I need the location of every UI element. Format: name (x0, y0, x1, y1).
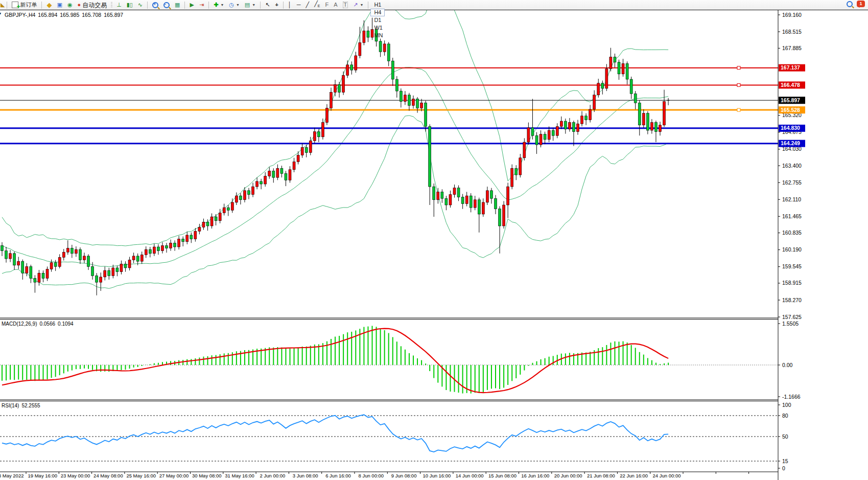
toolbar-separator (7, 2, 7, 9)
search-icon[interactable] (847, 1, 853, 7)
panel-borders (0, 10, 868, 480)
candlestick-chart-button[interactable]: ▮▯ (124, 1, 135, 9)
svg-text:-1.1666: -1.1666 (782, 394, 801, 400)
svg-text:167.885: 167.885 (782, 45, 802, 51)
crosshair-button[interactable]: + (272, 1, 280, 9)
chevron-down-icon: ▼ (236, 3, 240, 7)
data-window-button[interactable]: ▣ (54, 1, 64, 9)
equidistant-channel-icon: ╱E (314, 1, 320, 9)
svg-text:22 Jun 16:00: 22 Jun 16:00 (620, 473, 648, 478)
periods-button[interactable]: ◷▼ (226, 1, 242, 9)
horizontal-level-lines[interactable] (0, 66, 778, 144)
channel-button[interactable]: ╱E (312, 1, 322, 9)
vertical-line-button[interactable]: │ (286, 1, 294, 9)
svg-text:165.528: 165.528 (781, 107, 800, 113)
notification-badge[interactable]: 1 (857, 1, 865, 7)
chart-canvas[interactable]: 169.160168.515167.885165.320164.675164.0… (0, 0, 868, 480)
svg-text:164.830: 164.830 (781, 125, 800, 131)
candlestick-chart-icon: ▮▯ (127, 2, 133, 8)
new-order-button[interactable]: 新订单 (9, 1, 39, 9)
indicators-button[interactable]: ✚▼ (211, 1, 226, 9)
chevron-down-icon: ▼ (220, 3, 224, 7)
svg-text:166.478: 166.478 (781, 82, 800, 88)
svg-text:0.00: 0.00 (782, 362, 793, 368)
cursor-icon: ↖ (265, 2, 270, 8)
chart-shift-button[interactable]: ⇥ (197, 1, 206, 9)
vertical-line-icon: │ (288, 2, 292, 8)
svg-text:161.465: 161.465 (782, 213, 802, 219)
tab-timeframe-d1[interactable]: D1 (370, 16, 385, 24)
clipped-toolbar-icon[interactable]: ◣ (1, 2, 5, 8)
new-order-icon (12, 2, 18, 8)
macd-panel: 1.55050.00-1.1666 (0, 321, 801, 400)
open-value: 165.894 (38, 12, 57, 18)
bar-chart-button[interactable]: ⊥ (114, 1, 124, 9)
close-value: 165.897 (104, 12, 123, 18)
tab-timeframe-mn[interactable]: MN (370, 32, 386, 39)
cursor-button[interactable]: ↖ (263, 1, 272, 9)
low-value: 165.708 (82, 12, 101, 18)
add-indicator-icon: ✚ (214, 2, 218, 8)
trading-terminal: ◣ 新订单 ◆ ▣ ◉ ● 自动交易 ⊥ ▮▯ ∿ + - ▦ ▶ ⇥ ✚▼ ◷… (0, 0, 868, 480)
svg-text:167.137: 167.137 (781, 64, 800, 71)
text-label-button[interactable]: T (340, 1, 351, 9)
signals-button[interactable]: ◉ (65, 1, 75, 9)
svg-text:10 Jun 16:00: 10 Jun 16:00 (423, 473, 451, 478)
svg-text:0: 0 (782, 465, 785, 471)
svg-text:23 May 00:00: 23 May 00:00 (61, 473, 90, 478)
fibonacci-button[interactable]: F (322, 1, 331, 9)
candlestick-series (1, 18, 670, 295)
timeframe-toolbar: M1M5M15M30H1H4D1W1MN (370, 0, 388, 39)
gold-diamond-icon: ◆ (46, 2, 52, 8)
templates-button[interactable]: ▤▼ (242, 1, 258, 9)
macd-main-value: 0.0566 (39, 321, 55, 327)
line-chart-icon: ∿ (138, 2, 143, 8)
arrows-button[interactable]: ↗▼ (350, 1, 366, 9)
svg-text:160.190: 160.190 (782, 246, 802, 253)
text-icon: A (334, 2, 337, 8)
tile-windows-button[interactable]: ▦ (172, 1, 182, 9)
trendline-icon: ╱ (306, 2, 310, 8)
svg-text:30 May 08:00: 30 May 08:00 (192, 473, 222, 478)
svg-text:158.270: 158.270 (782, 297, 802, 303)
chart-corner-arrow-icon[interactable]: ▾ (0, 11, 1, 16)
svg-text:15: 15 (782, 458, 788, 464)
line-handle (737, 66, 740, 70)
svg-text:3 Jun 08:00: 3 Jun 08:00 (293, 473, 318, 478)
toolbar-separator (41, 2, 42, 9)
autotrading-button[interactable]: ● 自动交易 (75, 1, 109, 9)
svg-text:2 Jun 00:00: 2 Jun 00:00 (260, 473, 286, 478)
svg-text:169.160: 169.160 (782, 12, 802, 18)
svg-text:15 Jun 08:00: 15 Jun 08:00 (488, 473, 517, 478)
toolbar-grip (111, 2, 112, 8)
tab-timeframe-h1[interactable]: H1 (370, 1, 385, 9)
auto-scroll-button[interactable]: ▶ (187, 1, 196, 9)
zoom-in-button[interactable]: + (150, 1, 161, 9)
macd-name: MACD(12,26,9) (2, 321, 37, 327)
rsi-value: 52.2555 (21, 403, 40, 408)
trendline-button[interactable]: ╱ (303, 1, 312, 9)
market-watch-button[interactable]: ◆ (44, 1, 54, 9)
symbol-period-label: GBPJPY-,H4 (5, 12, 35, 18)
tab-timeframe-w1[interactable]: W1 (370, 24, 386, 32)
svg-text:100: 100 (782, 402, 791, 408)
rsi-panel: 1008050150 (0, 402, 791, 471)
svg-text:50: 50 (782, 433, 788, 440)
macd-indicator-label: MACD(12,26,9)0.05660.1094 (2, 321, 76, 327)
tab-timeframe-h4[interactable]: H4 (370, 9, 385, 16)
crosshair-icon: + (275, 2, 278, 8)
price-axis[interactable]: 169.160168.515167.885165.320164.675164.0… (778, 12, 805, 320)
line-chart-button[interactable]: ∿ (135, 1, 145, 9)
line-handle (737, 83, 740, 86)
new-order-label: 新订单 (20, 1, 37, 9)
svg-text:165.897: 165.897 (781, 97, 800, 103)
zoom-out-button[interactable]: - (161, 1, 172, 9)
svg-text:158.915: 158.915 (782, 280, 802, 286)
svg-text:164.249: 164.249 (781, 140, 800, 146)
text-button[interactable]: A (331, 1, 340, 9)
clock-icon: ◷ (229, 2, 234, 8)
time-axis[interactable]: 18 May 202219 May 16:0023 May 00:0024 Ma… (0, 472, 749, 478)
horizontal-line-button[interactable]: ─ (294, 1, 303, 9)
svg-text:18 May 2022: 18 May 2022 (0, 473, 24, 478)
svg-text:20 Jun 00:00: 20 Jun 00:00 (554, 473, 582, 478)
